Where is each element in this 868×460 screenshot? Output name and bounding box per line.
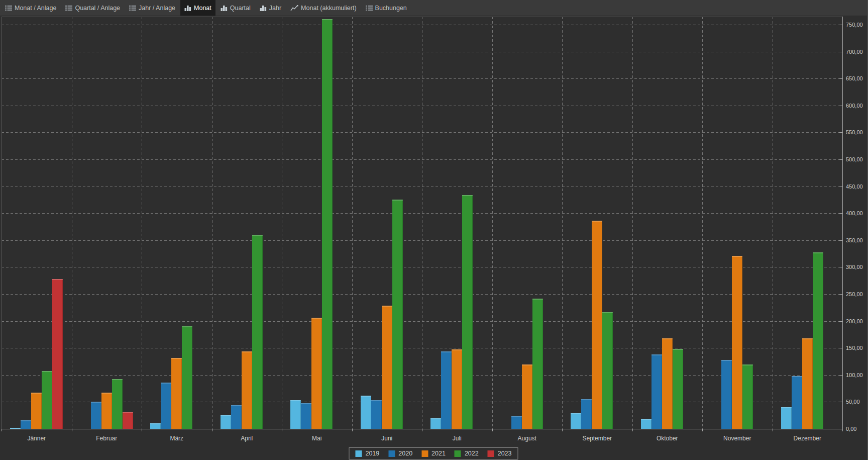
- value-axis-label: 700,00: [846, 49, 863, 55]
- legend-swatch-2021: [421, 450, 428, 457]
- bar-2022-dezember[interactable]: [813, 252, 823, 429]
- toolbar-item-label: Jahr / Anlage: [139, 5, 175, 12]
- bar-2022-november[interactable]: [742, 364, 753, 429]
- bar-2020-dezember[interactable]: [792, 376, 802, 429]
- bar-2022-jaenner[interactable]: [42, 371, 52, 429]
- toolbar-item-quartal-anlage[interactable]: Quartal / Anlage: [61, 0, 124, 16]
- toolbar-item-label: Monat (akkumuliert): [301, 5, 356, 12]
- bar-2021-februar[interactable]: [101, 393, 112, 429]
- legend-item-2019[interactable]: 2019: [355, 450, 379, 457]
- bar-2019-september[interactable]: [571, 413, 581, 429]
- toolbar-item-buchungen[interactable]: Buchungen: [362, 0, 411, 16]
- value-axis-label: 450,00: [846, 183, 863, 190]
- v-gridline: [702, 17, 703, 429]
- value-axis-tick: [839, 375, 842, 376]
- value-axis-tick: [839, 132, 842, 133]
- bar-2021-april[interactable]: [242, 351, 252, 429]
- value-axis-tick: [839, 267, 842, 267]
- bar-2019-juni[interactable]: [361, 396, 371, 429]
- bar-2020-april[interactable]: [231, 405, 242, 429]
- v-gridline: [352, 17, 353, 429]
- bar-2020-juli[interactable]: [441, 351, 452, 429]
- bar-2021-oktober[interactable]: [662, 338, 673, 429]
- bar-2021-mai[interactable]: [311, 318, 322, 429]
- toolbar-item-label: Quartal: [230, 5, 251, 12]
- value-axis-label: 150,00: [846, 345, 863, 351]
- bar-2021-maerz[interactable]: [171, 358, 182, 429]
- toolbar-item-label: Monat: [194, 5, 211, 12]
- legend-swatch-2019: [355, 450, 362, 457]
- category-axis-tick: [2, 429, 2, 431]
- category-label: April: [214, 435, 279, 442]
- bar-2019-oktober[interactable]: [641, 419, 652, 429]
- legend-item-2022[interactable]: 2022: [455, 450, 479, 457]
- bar-2020-september[interactable]: [581, 399, 592, 429]
- legend-label: 2019: [365, 450, 379, 457]
- toolbar-item-label: Jahr: [269, 5, 281, 12]
- category-label: Oktober: [634, 435, 700, 442]
- bar-2022-februar[interactable]: [112, 379, 123, 429]
- category-label: März: [144, 435, 209, 442]
- bar-2021-september[interactable]: [592, 221, 602, 429]
- bar-2020-august[interactable]: [511, 416, 522, 429]
- legend-item-2020[interactable]: 2020: [388, 450, 412, 457]
- toolbar-item-monat-anlage[interactable]: Monat / Anlage: [1, 0, 60, 16]
- bar-2023-jaenner[interactable]: [52, 279, 63, 429]
- bar-2022-juni[interactable]: [392, 200, 403, 429]
- legend-item-2023[interactable]: 2023: [488, 450, 512, 457]
- bar-2019-maerz[interactable]: [150, 423, 161, 429]
- bar-2019-mai[interactable]: [290, 400, 301, 429]
- bar-2020-jaenner[interactable]: [21, 420, 31, 429]
- bar-2020-februar[interactable]: [91, 402, 101, 429]
- value-axis-tick: [839, 25, 842, 25]
- toolbar-item-jahr[interactable]: Jahr: [256, 0, 285, 16]
- bar-2022-april[interactable]: [252, 235, 263, 429]
- toolbar-item-jahr-anlage[interactable]: Jahr / Anlage: [125, 0, 179, 16]
- category-label: September: [565, 435, 630, 442]
- bar-2021-august[interactable]: [522, 364, 532, 429]
- value-axis-label: 50,00: [846, 399, 860, 405]
- bar-2020-mai[interactable]: [301, 403, 311, 429]
- bar-chart: 0,0050,00100,00150,00200,00250,00300,003…: [0, 16, 868, 460]
- bar-2022-oktober[interactable]: [673, 349, 683, 429]
- legend-item-2021[interactable]: 2021: [421, 450, 446, 457]
- bar-2019-april[interactable]: [221, 415, 231, 429]
- category-label: Dezember: [775, 435, 840, 442]
- bar-2021-juli[interactable]: [452, 349, 462, 429]
- v-gridline: [422, 17, 422, 429]
- value-axis-tick: [839, 159, 842, 160]
- category-label: Februar: [74, 435, 139, 442]
- list-icon: [129, 5, 136, 11]
- bar-2022-september[interactable]: [602, 312, 613, 429]
- bar-2020-oktober[interactable]: [652, 354, 662, 429]
- bar-2022-august[interactable]: [532, 299, 543, 429]
- bar-2021-dezember[interactable]: [802, 338, 813, 429]
- bar-2021-november[interactable]: [732, 256, 742, 429]
- bar-2022-juli[interactable]: [462, 195, 473, 429]
- bar-2020-maerz[interactable]: [161, 383, 171, 429]
- value-axis-tick: [839, 348, 842, 348]
- toolbar-item-quartal[interactable]: Quartal: [216, 0, 255, 16]
- line-chart-icon: [290, 5, 298, 11]
- bar-2019-juli[interactable]: [430, 418, 441, 429]
- value-axis-label: 550,00: [846, 129, 863, 136]
- bar-2019-dezember[interactable]: [781, 407, 792, 429]
- bar-2022-mai[interactable]: [322, 19, 333, 429]
- bar-2021-jaenner[interactable]: [31, 393, 42, 429]
- bar-2021-juni[interactable]: [382, 306, 392, 429]
- value-axis-label: 0,00: [846, 426, 856, 432]
- toolbar-item-label: Buchungen: [375, 5, 407, 12]
- bar-2020-november[interactable]: [721, 360, 732, 429]
- value-axis-tick: [839, 294, 842, 295]
- category-axis-tick: [562, 429, 563, 431]
- toolbar-item-monat[interactable]: Monat: [180, 0, 215, 16]
- bar-2023-februar[interactable]: [123, 412, 133, 429]
- bar-2022-maerz[interactable]: [182, 326, 192, 429]
- bar-2019-jaenner[interactable]: [10, 428, 21, 429]
- bar-2020-juni[interactable]: [371, 400, 382, 429]
- toolbar-item-monat-akkumuliert[interactable]: Monat (akkumuliert): [286, 0, 360, 16]
- value-axis-tick: [839, 213, 842, 214]
- list-icon: [366, 5, 373, 11]
- legend-label: 2023: [498, 450, 512, 457]
- value-axis-tick: [839, 187, 842, 187]
